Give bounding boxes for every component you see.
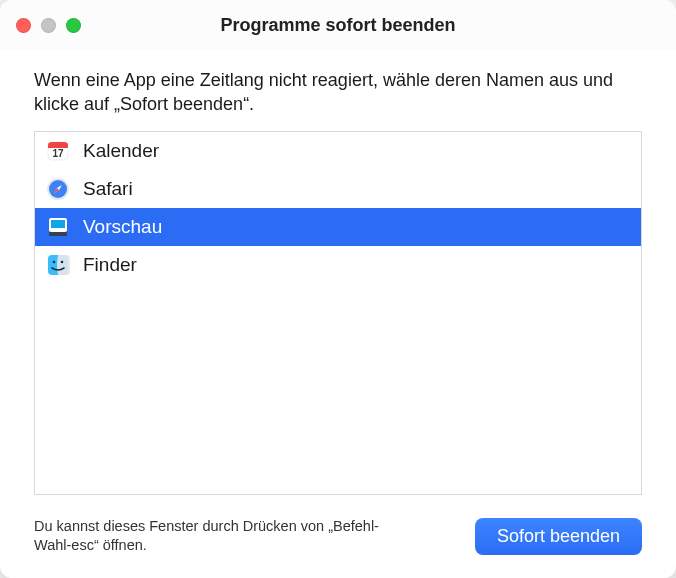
- force-quit-window: Programme sofort beenden Wenn eine App e…: [0, 0, 676, 578]
- finder-icon: [45, 252, 71, 278]
- calendar-icon: 17: [45, 138, 71, 164]
- traffic-lights: [16, 18, 81, 33]
- svg-rect-10: [49, 232, 67, 236]
- content-area: Wenn eine App eine Zeitlang nicht reagie…: [0, 50, 676, 578]
- footer: Du kannst dieses Fenster durch Drücken v…: [34, 517, 642, 556]
- app-row-kalender[interactable]: 17 Kalender: [35, 132, 641, 170]
- app-name-label: Kalender: [83, 140, 159, 162]
- app-name-label: Vorschau: [83, 216, 162, 238]
- svg-rect-9: [51, 220, 65, 228]
- titlebar: Programme sofort beenden: [0, 0, 676, 50]
- safari-icon: [45, 176, 71, 202]
- force-quit-button[interactable]: Sofort beenden: [475, 518, 642, 555]
- app-row-finder[interactable]: Finder: [35, 246, 641, 284]
- close-window-button[interactable]: [16, 18, 31, 33]
- preview-icon: [45, 214, 71, 240]
- keyboard-hint-text: Du kannst dieses Fenster durch Drücken v…: [34, 517, 394, 556]
- app-row-vorschau[interactable]: Vorschau: [35, 208, 641, 246]
- app-name-label: Finder: [83, 254, 137, 276]
- svg-point-13: [61, 260, 64, 263]
- svg-point-12: [53, 260, 56, 263]
- zoom-window-button[interactable]: [66, 18, 81, 33]
- app-name-label: Safari: [83, 178, 133, 200]
- window-title: Programme sofort beenden: [0, 15, 676, 36]
- instructions-text: Wenn eine App eine Zeitlang nicht reagie…: [34, 68, 642, 117]
- app-row-safari[interactable]: Safari: [35, 170, 641, 208]
- minimize-window-button: [41, 18, 56, 33]
- app-list[interactable]: 17 Kalender Safari: [34, 131, 642, 495]
- svg-text:17: 17: [52, 148, 64, 159]
